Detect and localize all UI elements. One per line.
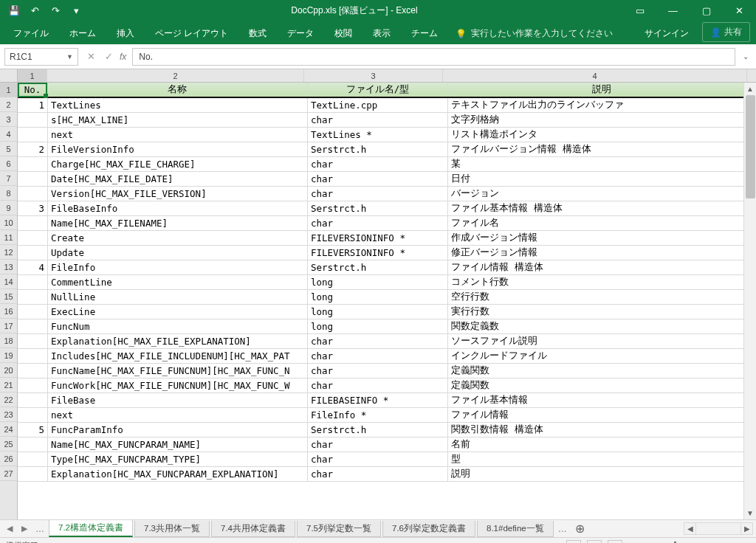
col-header[interactable]: 4: [443, 69, 747, 82]
spreadsheet-table[interactable]: No. 名称 ファイル名/型 説明 1TextLinesTextLine.cpp…: [18, 83, 756, 482]
cell[interactable]: [18, 333, 47, 348]
row-header[interactable]: 4: [0, 127, 17, 142]
cell[interactable]: FuncNum: [47, 319, 307, 333]
cell[interactable]: char: [308, 452, 448, 466]
cell[interactable]: [18, 319, 47, 333]
table-row[interactable]: Name[HC_MAX_FUNCPARAM_NAME]char名前: [18, 437, 756, 452]
cell[interactable]: long: [308, 319, 448, 333]
cell[interactable]: 5: [18, 422, 47, 437]
cancel-formula-icon[interactable]: ✕: [83, 49, 99, 65]
table-row[interactable]: FuncNumlong関数定義数: [18, 319, 756, 333]
cell[interactable]: ファイル基本情報: [448, 392, 756, 407]
cell[interactable]: [18, 156, 47, 171]
cell[interactable]: FuncParamInfo: [47, 422, 307, 437]
col-header[interactable]: 1: [18, 69, 47, 82]
row-header[interactable]: 19: [0, 348, 17, 363]
qat-more-button[interactable]: ▾: [66, 1, 86, 19]
cell[interactable]: Name[HC_MAX_FUNCPARAM_NAME]: [47, 437, 307, 452]
tab-view[interactable]: 表示: [362, 23, 401, 44]
cell[interactable]: ソースファイル説明: [448, 333, 756, 348]
tab-overflow-right[interactable]: …: [555, 524, 570, 534]
scroll-up-icon[interactable]: ▲: [744, 83, 756, 95]
col-header[interactable]: 2: [47, 69, 304, 82]
hscroll-right-icon[interactable]: ▶: [740, 522, 753, 535]
cell[interactable]: char: [308, 156, 448, 171]
sheet-tab[interactable]: 7.6列挙定数定義書: [382, 521, 475, 537]
select-all-corner[interactable]: [0, 69, 17, 83]
cell[interactable]: Explanation[HC_MAX_FUNCPARAM_EXPLANATION…: [47, 466, 307, 481]
tab-overflow-left[interactable]: …: [32, 524, 47, 534]
cell[interactable]: [18, 452, 47, 466]
sheet-tab[interactable]: 7.5列挙定数一覧: [297, 521, 381, 537]
cell[interactable]: [18, 304, 47, 319]
row-header[interactable]: 24: [0, 422, 17, 437]
row-header[interactable]: 27: [0, 466, 17, 481]
table-row[interactable]: NullLinelong空行行数: [18, 289, 756, 304]
cell[interactable]: Version[HC_MAX_FILE_VERSION]: [47, 186, 307, 201]
cell[interactable]: 説明: [448, 466, 756, 481]
sheet-tab[interactable]: 7.2構造体定義書: [49, 520, 133, 537]
scroll-thumb[interactable]: [746, 95, 755, 198]
cell[interactable]: [18, 245, 47, 260]
cell[interactable]: [18, 186, 47, 201]
tab-formulas[interactable]: 数式: [238, 23, 277, 44]
cell[interactable]: FileBaseInfo: [47, 201, 307, 215]
table-row[interactable]: nextFileInfo *ファイル情報: [18, 407, 756, 422]
row-header[interactable]: 18: [0, 333, 17, 348]
cell[interactable]: ファイルバージョン情報 構造体: [448, 142, 756, 156]
row-header[interactable]: 15: [0, 289, 17, 304]
cell[interactable]: Includes[HC_MAX_FILE_INCLUDENUM][HC_MAX_…: [47, 348, 307, 363]
cell[interactable]: ExecLine: [47, 304, 307, 319]
cell[interactable]: 4: [18, 260, 47, 274]
chevron-down-icon[interactable]: ▼: [66, 53, 73, 60]
view-normal-icon[interactable]: ▦: [566, 540, 581, 544]
row-header[interactable]: 5: [0, 142, 17, 156]
cell[interactable]: ファイル情報 構造体: [448, 260, 756, 274]
sheet-tab[interactable]: 8.1#define一覧: [477, 521, 554, 537]
cell[interactable]: FileBase: [47, 392, 307, 407]
cell[interactable]: 実行行数: [448, 304, 756, 319]
name-box[interactable]: R1C1 ▼: [4, 48, 78, 66]
save-button[interactable]: 💾: [4, 1, 24, 19]
tab-home[interactable]: ホーム: [59, 23, 106, 44]
cell[interactable]: リスト構造ポインタ: [448, 127, 756, 142]
cell[interactable]: [18, 378, 47, 392]
cell[interactable]: 1: [18, 97, 47, 112]
table-row[interactable]: CommentLinelongコメント行数: [18, 274, 756, 289]
cell[interactable]: char: [308, 186, 448, 201]
redo-button[interactable]: ↷: [46, 1, 65, 19]
cell[interactable]: CommentLine: [47, 274, 307, 289]
cell[interactable]: 型: [448, 452, 756, 466]
cell[interactable]: Name[HC_MAX_FILENAME]: [47, 215, 307, 230]
cell[interactable]: [18, 127, 47, 142]
cell[interactable]: Create: [47, 230, 307, 245]
cell[interactable]: 某: [448, 156, 756, 171]
table-row[interactable]: Explanation[HC_MAX_FILE_EXPLANATION]char…: [18, 333, 756, 348]
cell[interactable]: 修正バージョン情報: [448, 245, 756, 260]
tab-insert[interactable]: 挿入: [106, 23, 145, 44]
cell[interactable]: char: [308, 171, 448, 186]
cell[interactable]: char: [308, 378, 448, 392]
tab-pagelayout[interactable]: ページ レイアウト: [145, 23, 238, 44]
tab-file[interactable]: ファイル: [3, 23, 59, 44]
cell[interactable]: next: [47, 407, 307, 422]
cell[interactable]: ファイル基本情報 構造体: [448, 201, 756, 215]
cell[interactable]: [18, 215, 47, 230]
cell[interactable]: Update: [47, 245, 307, 260]
cell[interactable]: FileInfo: [47, 260, 307, 274]
table-row[interactable]: ExecLinelong実行行数: [18, 304, 756, 319]
row-header[interactable]: 16: [0, 304, 17, 319]
table-row[interactable]: Includes[HC_MAX_FILE_INCLUDENUM][HC_MAX_…: [18, 348, 756, 363]
header-desc[interactable]: 説明: [448, 83, 756, 97]
row-header[interactable]: 17: [0, 319, 17, 333]
header-name[interactable]: 名称: [47, 83, 307, 97]
cell[interactable]: テキストファイル出力のラインバッファ: [448, 97, 756, 112]
cell[interactable]: [18, 112, 47, 127]
cell[interactable]: 名前: [448, 437, 756, 452]
tab-data[interactable]: データ: [277, 23, 324, 44]
share-button[interactable]: 👤 共有: [702, 22, 750, 42]
cell[interactable]: TextLines: [47, 97, 307, 112]
cell[interactable]: バージョン: [448, 186, 756, 201]
cell[interactable]: FILEVERSIONINFO *: [308, 245, 448, 260]
row-header[interactable]: 7: [0, 171, 17, 186]
